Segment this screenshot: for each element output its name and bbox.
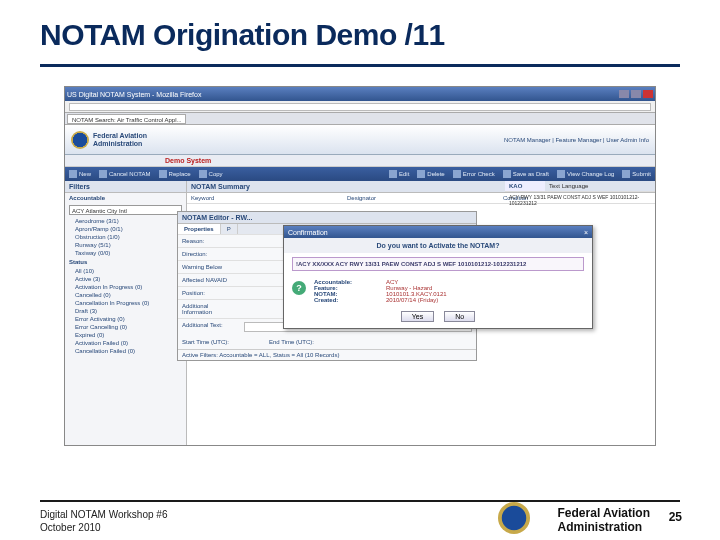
sidebar-item[interactable]: All (10) <box>65 267 186 275</box>
col-keyword: Keyword <box>187 193 343 203</box>
sidebar: Filters Accountable ACY Atlantic City In… <box>65 181 187 445</box>
brand-line2: Administration <box>93 140 147 148</box>
dialog-fields: Accountable:ACY Feature:Runway - Hazard … <box>314 279 584 303</box>
kao-text-label: Text Language <box>545 181 655 191</box>
copy-label: Copy <box>209 171 223 177</box>
agency-line2: Administration <box>558 520 650 534</box>
close-icon[interactable] <box>643 90 653 98</box>
edit-button[interactable]: Edit <box>389 170 409 178</box>
no-button[interactable]: No <box>444 311 475 322</box>
url-input[interactable] <box>69 103 651 111</box>
submit-label: Submit <box>632 171 651 177</box>
footer-agency: Federal Aviation Administration <box>558 506 650 534</box>
sidebar-item[interactable]: Cancellation In Progress (0) <box>65 299 186 307</box>
delete-label: Delete <box>427 171 444 177</box>
delete-button[interactable]: Delete <box>417 170 444 178</box>
new-icon <box>69 170 77 178</box>
footer-line1: Digital NOTAM Workshop #6 <box>40 508 167 521</box>
header-links[interactable]: NOTAM Manager | Feature Manager | User A… <box>504 137 649 143</box>
browser-tabstrip: NOTAM Search: Air Traffic Control Appl..… <box>65 113 655 125</box>
cancel-notam-button[interactable]: Cancel NOTAM <box>99 170 151 178</box>
sidebar-item[interactable]: Runway (5/1) <box>65 241 186 249</box>
app-header: Federal Aviation Administration NOTAM Ma… <box>65 125 655 155</box>
save-icon <box>503 170 511 178</box>
view-changelog-label: View Change Log <box>567 171 614 177</box>
cancel-icon <box>99 170 107 178</box>
browser-window-title: US Digital NOTAM System - Mozilla Firefo… <box>67 91 201 98</box>
edit-label: Edit <box>399 171 409 177</box>
replace-icon <box>159 170 167 178</box>
created-r: 2010/07/14 (Friday) <box>386 297 584 303</box>
yes-button[interactable]: Yes <box>401 311 434 322</box>
sidebar-item[interactable]: Aerodrome (3/1) <box>65 217 186 225</box>
sidebar-item[interactable]: Cancelled (0) <box>65 291 186 299</box>
dialog-question: Do you want to Activate the NOTAM? <box>284 238 592 253</box>
dialog-title: Confirmation <box>288 229 328 236</box>
replace-button[interactable]: Replace <box>159 170 191 178</box>
sidebar-item[interactable]: Error Activating (0) <box>65 315 186 323</box>
footer-rule <box>40 500 680 502</box>
maximize-icon[interactable] <box>631 90 641 98</box>
editor-times: Start Time (UTC): End Time (UTC): <box>178 335 476 349</box>
demo-banner: Demo System <box>65 155 655 167</box>
error-check-label: Error Check <box>463 171 495 177</box>
new-label: New <box>79 171 91 177</box>
brand-text: Federal Aviation Administration <box>93 132 147 148</box>
sidebar-item[interactable]: Error Cancelling (0) <box>65 323 186 331</box>
position-label: Position: <box>178 287 240 299</box>
kao-panel: KAO Text Language ACY RWY 13/31 PAEW CON… <box>505 181 655 208</box>
warning-label: Warning Below <box>178 261 240 273</box>
direction-label: Direction: <box>178 248 240 260</box>
toolbar: New Cancel NOTAM Replace Copy Edit Delet… <box>65 167 655 181</box>
sidebar-item[interactable]: Obstruction (1/0) <box>65 233 186 241</box>
tab-p[interactable]: P <box>221 224 238 234</box>
col-designator: Designator <box>343 193 499 203</box>
cancel-label: Cancel NOTAM <box>109 171 151 177</box>
confirmation-dialog: Confirmation × Do you want to Activate t… <box>283 225 593 329</box>
dialog-body: ? Accountable:ACY Feature:Runway - Hazar… <box>284 275 592 311</box>
footer-line2: October 2010 <box>40 521 167 534</box>
replace-label: Replace <box>169 171 191 177</box>
sidebar-item[interactable]: Draft (3) <box>65 307 186 315</box>
sidebar-item[interactable]: Activation In Progress (0) <box>65 283 186 291</box>
copy-button[interactable]: Copy <box>199 170 223 178</box>
demo-banner-text: Demo System <box>165 157 211 164</box>
kao-label: KAO <box>505 181 545 191</box>
accountable-select[interactable]: ACY Atlantic City Intl <box>69 205 182 215</box>
dialog-close-icon[interactable]: × <box>584 229 588 236</box>
browser-titlebar: US Digital NOTAM System - Mozilla Firefo… <box>65 87 655 101</box>
window-controls <box>619 90 653 98</box>
start-time-label: Start Time (UTC): <box>182 339 229 345</box>
app-screenshot: US Digital NOTAM System - Mozilla Firefo… <box>64 86 656 446</box>
faa-seal-icon <box>498 502 530 534</box>
active-filters-footer: Active Filters: Accountable = ALL, Statu… <box>178 349 476 360</box>
sidebar-item[interactable]: Cancellation Failed (0) <box>65 347 186 355</box>
sidebar-item[interactable]: Apron/Ramp (0/1) <box>65 225 186 233</box>
affected-label: Affected NAVAID <box>178 274 240 286</box>
dialog-buttons: Yes No <box>284 311 592 328</box>
browser-tab[interactable]: NOTAM Search: Air Traffic Control Appl..… <box>67 114 186 124</box>
delete-icon <box>417 170 425 178</box>
sidebar-item[interactable]: Taxiway (0/0) <box>65 249 186 257</box>
footer-left: Digital NOTAM Workshop #6 October 2010 <box>40 508 167 534</box>
status-label: Status <box>65 257 186 267</box>
end-time-label: End Time (UTC): <box>269 339 314 345</box>
workarea: Filters Accountable ACY Atlantic City In… <box>65 181 655 445</box>
sidebar-item[interactable]: Activation Failed (0) <box>65 339 186 347</box>
error-check-button[interactable]: Error Check <box>453 170 495 178</box>
copy-icon <box>199 170 207 178</box>
save-draft-label: Save as Draft <box>513 171 549 177</box>
edit-icon <box>389 170 397 178</box>
save-draft-button[interactable]: Save as Draft <box>503 170 549 178</box>
dialog-titlebar: Confirmation × <box>284 226 592 238</box>
view-changelog-button[interactable]: View Change Log <box>557 170 614 178</box>
submit-button[interactable]: Submit <box>622 170 651 178</box>
tab-properties[interactable]: Properties <box>178 224 221 234</box>
new-button[interactable]: New <box>69 170 91 178</box>
help-icon[interactable]: ? <box>292 281 306 295</box>
minimize-icon[interactable] <box>619 90 629 98</box>
sidebar-item[interactable]: Active (3) <box>65 275 186 283</box>
filters-header: Filters <box>65 181 186 193</box>
agency-line1: Federal Aviation <box>558 506 650 520</box>
sidebar-item[interactable]: Expired (0) <box>65 331 186 339</box>
